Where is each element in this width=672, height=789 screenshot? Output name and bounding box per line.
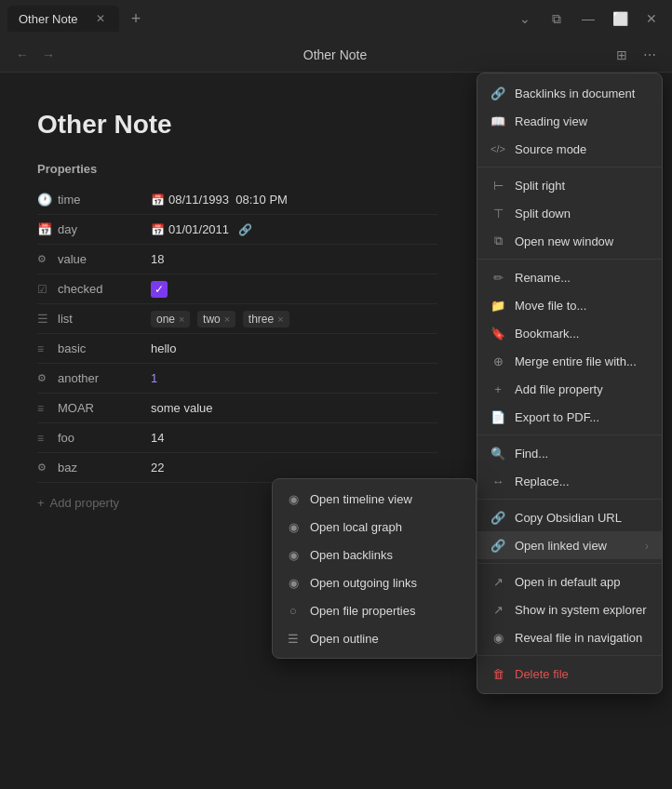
tag-one[interactable]: one × (151, 311, 190, 328)
property-value-checked[interactable]: ✓ (151, 281, 437, 298)
baz-icon: ⚙ (37, 461, 58, 474)
export-pdf-label: Export to PDF... (515, 410, 599, 424)
reading-view-label: Reading view (515, 114, 587, 128)
property-value-basic[interactable]: hello (151, 341, 437, 355)
property-name-list: list (58, 312, 151, 326)
forward-btn[interactable]: → (37, 44, 60, 66)
tab-label: Other Note (19, 12, 78, 26)
copy-obsidian-url-item[interactable]: 🔗 Copy Obsidian URL (477, 503, 662, 531)
move-file-label: Move file to... (515, 299, 586, 313)
delete-file-item[interactable]: 🗑 Delete file (477, 660, 662, 688)
property-value-time[interactable]: 📅08/11/1993 08:10 PM (151, 193, 437, 207)
tag-one-remove[interactable]: × (179, 314, 184, 325)
open-timeline-view-item[interactable]: ◉ Open timeline view (273, 485, 476, 513)
split-down-icon: ⊤ (491, 206, 505, 221)
property-name-time: time (58, 193, 151, 207)
open-default-app-label: Open in default app (515, 575, 620, 589)
moar-icon: ≡ (37, 402, 58, 415)
property-value-day[interactable]: 📅01/01/2011 🔗 (151, 222, 437, 236)
reveal-navigation-item[interactable]: ◉ Reveal file in navigation (477, 623, 662, 651)
split-right-item[interactable]: ⊢ Split right (477, 171, 662, 199)
rename-label: Rename... (515, 271, 571, 285)
day-link-icon[interactable]: 🔗 (238, 223, 252, 236)
window-controls: ⌄ ⧉ — ⬜ ✕ (512, 6, 665, 32)
divider-6 (477, 655, 662, 656)
maximize-btn[interactable]: ⬜ (607, 6, 633, 32)
open-backlinks-item[interactable]: ◉ Open backlinks (273, 541, 476, 568)
move-file-icon: 📁 (491, 298, 505, 313)
open-outline-item[interactable]: ☰ Open outline (273, 624, 476, 652)
open-file-properties-item[interactable]: ○ Open file properties (273, 596, 476, 624)
active-tab[interactable]: Other Note ✕ (7, 6, 119, 32)
tab-close-btn[interactable]: ✕ (93, 11, 108, 26)
divider-3 (477, 435, 662, 435)
divider-5 (477, 563, 662, 564)
add-file-property-item[interactable]: + Add file property (477, 375, 662, 403)
export-pdf-item[interactable]: 📄 Export to PDF... (477, 403, 662, 431)
open-linked-view-item[interactable]: 🔗 Open linked view › (477, 531, 662, 559)
property-value-another[interactable]: 1 (151, 371, 437, 385)
tag-three[interactable]: three × (243, 311, 289, 328)
bookmark-item[interactable]: 🔖 Bookmark... (477, 319, 662, 347)
open-file-properties-label: Open file properties (310, 604, 415, 618)
rename-item[interactable]: ✏ Rename... (477, 263, 662, 291)
source-mode-item[interactable]: </> Source mode (477, 135, 662, 163)
open-new-window-item[interactable]: ⧉ Open new window (477, 227, 662, 255)
property-row-moar: ≡ MOAR some value (37, 394, 437, 423)
dropdown-btn[interactable]: ⌄ (512, 6, 538, 32)
export-pdf-icon: 📄 (491, 409, 505, 424)
nav-buttons: ← → (11, 44, 60, 66)
split-down-item[interactable]: ⊤ Split down (477, 199, 662, 227)
backlinks-in-doc-item[interactable]: 🔗 Backlinks in document (477, 79, 662, 107)
split-right-icon: ⊢ (491, 178, 505, 193)
replace-label: Replace... (515, 475, 570, 488)
open-default-app-item[interactable]: ↗ Open in default app (477, 568, 662, 595)
property-name-day: day (58, 222, 151, 236)
title-bar: Other Note ✕ + ⌄ ⧉ — ⬜ ✕ (0, 0, 672, 37)
merge-item[interactable]: ⊕ Merge entire file with... (477, 347, 662, 375)
main-content: Other Note Properties 🕐 time 📅08/11/1993… (0, 73, 475, 789)
default-app-icon: ↗ (491, 574, 505, 589)
reveal-navigation-label: Reveal file in navigation (515, 631, 642, 645)
show-system-explorer-label: Show in system explorer (515, 603, 647, 617)
open-local-graph-item[interactable]: ◉ Open local graph (273, 513, 476, 541)
property-value-foo[interactable]: 14 (151, 431, 437, 445)
layout-btn[interactable]: ⧉ (544, 6, 570, 32)
replace-item[interactable]: ↔ Replace... (477, 467, 662, 495)
tag-three-remove[interactable]: × (277, 314, 283, 325)
property-value-moar[interactable]: some value (151, 401, 437, 415)
property-row-value: ⚙ value 18 (37, 245, 437, 274)
system-explorer-icon: ↗ (491, 602, 505, 617)
source-mode-icon: </> (491, 141, 505, 156)
move-file-item[interactable]: 📁 Move file to... (477, 291, 662, 319)
backlinks-doc-icon: 🔗 (491, 86, 505, 100)
open-outgoing-links-item[interactable]: ◉ Open outgoing links (273, 568, 476, 596)
properties-section: Properties 🕐 time 📅08/11/1993 08:10 PM 📅… (37, 162, 437, 514)
find-icon: 🔍 (491, 446, 505, 461)
close-btn[interactable]: ✕ (638, 6, 665, 32)
outgoing-links-icon: ◉ (286, 575, 301, 590)
tag-two[interactable]: two × (197, 311, 235, 328)
property-value-baz[interactable]: 22 (151, 461, 437, 475)
minimize-btn[interactable]: — (575, 6, 601, 32)
show-system-explorer-item[interactable]: ↗ Show in system explorer (477, 595, 662, 623)
another-icon: ⚙ (37, 372, 58, 384)
reading-view-item[interactable]: 📖 Reading view (477, 107, 662, 135)
backlinks-sub-icon: ◉ (286, 547, 301, 562)
property-value-value[interactable]: 18 (151, 252, 437, 266)
bookmark-label: Bookmark... (515, 327, 579, 341)
bookmark-icon[interactable]: ⊞ (611, 44, 633, 66)
add-file-property-label: Add file property (515, 382, 603, 396)
checkbox-checked[interactable]: ✓ (151, 281, 168, 298)
bookmark-menu-icon: 🔖 (491, 326, 505, 341)
back-btn[interactable]: ← (11, 44, 34, 66)
delete-icon: 🗑 (491, 666, 505, 681)
more-options-icon[interactable]: ⋯ (638, 44, 661, 66)
find-item[interactable]: 🔍 Find... (477, 439, 662, 467)
property-row-foo: ≡ foo 14 (37, 423, 437, 453)
property-name-checked: checked (58, 282, 151, 296)
property-row-basic: ≡ basic hello (37, 334, 437, 364)
new-tab-btn[interactable]: + (123, 6, 149, 32)
tag-two-remove[interactable]: × (224, 314, 230, 325)
context-menu: 🔗 Backlinks in document 📖 Reading view <… (477, 73, 663, 694)
